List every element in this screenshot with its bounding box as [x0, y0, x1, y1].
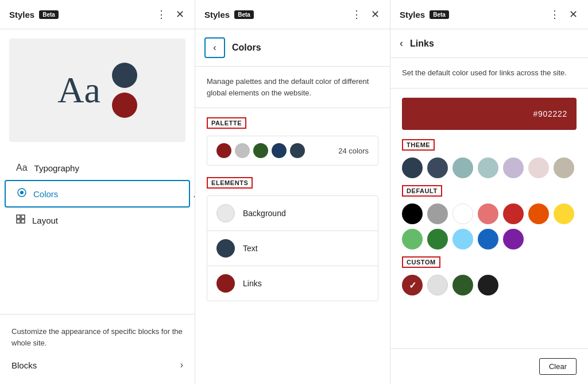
default-swatch-purple[interactable]	[503, 229, 524, 249]
preview-area: Aa	[9, 39, 185, 142]
theme-swatch-5[interactable]	[503, 158, 524, 178]
element-text[interactable]: Text	[207, 231, 378, 266]
element-links-label: Links	[243, 279, 262, 288]
default-swatch-red[interactable]	[503, 203, 524, 224]
palette-swatch-4	[272, 143, 287, 158]
default-section: DEFAULT	[390, 185, 588, 256]
default-swatches	[402, 203, 577, 249]
palette-row[interactable]: 24 colors	[207, 136, 378, 166]
custom-swatch-2[interactable]	[427, 275, 448, 295]
panel3-sub-title: Links	[410, 39, 434, 49]
panel1-beta-badge: Beta	[39, 10, 59, 19]
svg-rect-5	[17, 220, 20, 223]
preview-circles	[112, 63, 137, 118]
panel1-close-button[interactable]: ✕	[175, 7, 185, 22]
panel2-header-right: ⋮ ✕	[350, 7, 381, 22]
blocks-label: Blocks	[11, 360, 37, 370]
custom-swatch-4[interactable]	[478, 275, 498, 295]
default-swatch-white[interactable]	[452, 203, 473, 224]
panel-styles-main: Styles Beta ⋮ ✕ Aa Aa Typography Color	[0, 0, 195, 384]
panel1-footer: Customize the appearance of specific blo…	[0, 314, 195, 384]
background-color-circle	[216, 204, 235, 222]
default-swatch-gray[interactable]	[427, 203, 448, 224]
element-background[interactable]: Background	[207, 196, 378, 231]
theme-swatch-2[interactable]	[427, 158, 448, 178]
preview-circle-bottom	[112, 93, 137, 118]
panel3-header-right: ⋮ ✕	[548, 7, 579, 22]
panel2-sub-title: Colors	[232, 43, 261, 53]
default-swatch-yellow[interactable]	[554, 203, 574, 224]
panel2-beta-badge: Beta	[234, 10, 254, 19]
colors-icon	[17, 188, 26, 199]
panel3-beta-badge: Beta	[430, 10, 449, 19]
nav-item-colors-label: Colors	[33, 189, 58, 199]
element-text-label: Text	[243, 244, 258, 253]
custom-swatches	[402, 275, 577, 295]
current-color-bar[interactable]: #902222	[402, 98, 577, 130]
theme-swatch-3[interactable]	[452, 158, 473, 178]
theme-swatch-6[interactable]	[528, 158, 549, 178]
links-color-circle	[216, 274, 235, 293]
panel3-more-button[interactable]: ⋮	[548, 7, 561, 22]
panel1-title: Styles	[9, 10, 34, 20]
panel3-back-button[interactable]: ‹	[400, 37, 403, 49]
theme-swatches	[402, 158, 577, 178]
footer-description: Customize the appearance of specific blo…	[11, 326, 183, 348]
layout-icon	[16, 214, 25, 226]
panel3-header-left: Styles Beta	[400, 10, 449, 20]
panel-links: Styles Beta ⋮ ✕ ‹ Links Set the default …	[390, 0, 588, 384]
panel2-sub-header: ‹ Colors	[195, 29, 390, 67]
panel3-title: Styles	[400, 10, 425, 20]
preview-text: Aa	[57, 69, 100, 112]
panel2-close-button[interactable]: ✕	[370, 7, 381, 22]
panel2-title: Styles	[204, 10, 230, 20]
blocks-link[interactable]: Blocks ›	[11, 358, 183, 373]
nav-item-typography[interactable]: Aa Typography	[5, 156, 190, 180]
panel2-back-button[interactable]: ‹	[204, 37, 225, 58]
svg-rect-3	[17, 215, 20, 218]
default-swatch-lightgreen[interactable]	[402, 229, 423, 249]
palette-swatch-5	[290, 143, 305, 158]
palette-swatches	[216, 143, 305, 158]
palette-swatch-2	[235, 143, 250, 158]
theme-swatch-4[interactable]	[478, 158, 498, 178]
panel3-close-button[interactable]: ✕	[568, 7, 579, 22]
default-swatch-blue[interactable]	[478, 229, 498, 249]
default-swatch-black[interactable]	[402, 203, 423, 224]
svg-point-1	[20, 191, 24, 194]
custom-swatch-3[interactable]	[452, 275, 473, 295]
element-links[interactable]: Links	[207, 266, 378, 301]
default-swatch-lightblue[interactable]	[452, 229, 473, 249]
panel2-header: Styles Beta ⋮ ✕	[195, 0, 390, 29]
palette-swatch-3	[253, 143, 268, 158]
panel1-more-button[interactable]: ⋮	[155, 7, 168, 22]
default-swatch-pink[interactable]	[478, 203, 498, 224]
elements-section: ELEMENTS Background Text Links	[195, 175, 390, 310]
nav-item-layout[interactable]: Layout	[5, 208, 190, 233]
palette-swatch-1	[216, 143, 231, 158]
element-background-label: Background	[243, 209, 286, 218]
theme-swatch-1[interactable]	[402, 158, 423, 178]
panel3-scroll-area: THEME DEFAULT	[390, 139, 588, 349]
custom-section-title: CUSTOM	[402, 256, 440, 268]
panel1-header-right: ⋮ ✕	[155, 7, 185, 22]
custom-swatch-1[interactable]	[402, 275, 423, 295]
default-swatch-green[interactable]	[427, 229, 448, 249]
default-swatch-orange[interactable]	[528, 203, 549, 224]
custom-section: CUSTOM	[390, 256, 588, 302]
palette-section-title: PALETTE	[207, 117, 246, 129]
panel2-more-button[interactable]: ⋮	[350, 7, 363, 22]
panel3-desc-text: Set the default color used for links acr…	[402, 68, 567, 77]
svg-rect-4	[21, 215, 25, 218]
nav-item-colors[interactable]: Colors	[5, 180, 190, 208]
clear-button[interactable]: Clear	[539, 358, 577, 375]
panel3-sub-header: ‹ Links	[390, 29, 588, 58]
panel2-header-left: Styles Beta	[204, 10, 254, 20]
nav-items: Aa Typography Colors	[0, 151, 195, 314]
palette-count: 24 colors	[338, 147, 369, 155]
panel2-desc-text: Manage palettes and the default color of…	[207, 77, 369, 97]
theme-swatch-7[interactable]	[554, 158, 574, 178]
panel-colors: Styles Beta ⋮ ✕ ‹ Colors Manage palettes…	[195, 0, 390, 384]
palette-section: PALETTE 24 colors	[195, 108, 390, 175]
preview-circle-top	[112, 63, 137, 88]
